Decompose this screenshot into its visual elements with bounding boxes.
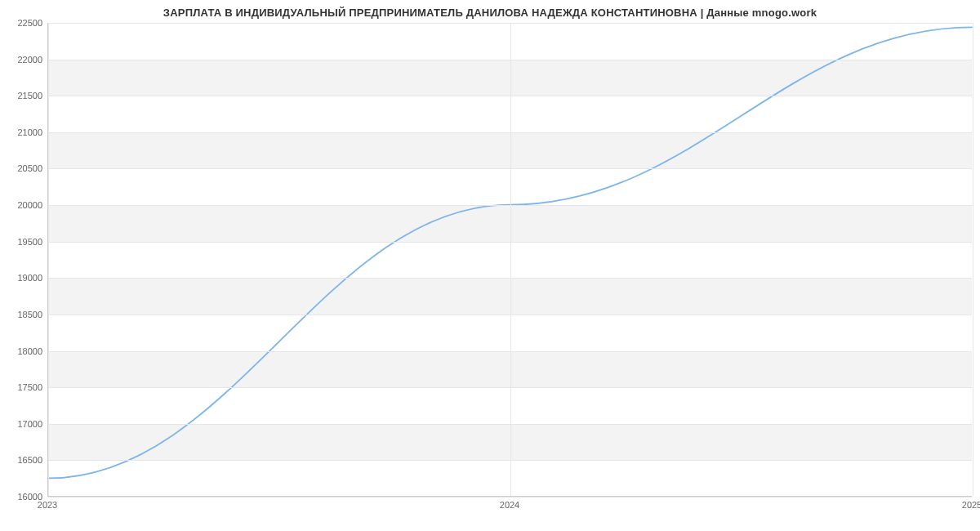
y-tick-label: 18000 <box>3 346 42 356</box>
x-tick-label: 2023 <box>38 500 57 510</box>
y-tick-label: 22500 <box>3 18 42 28</box>
y-tick-label: 21500 <box>3 91 42 100</box>
y-tick-label: 18500 <box>3 310 42 319</box>
x-tick-label: 2024 <box>500 500 519 510</box>
x-gridline <box>510 23 511 496</box>
chart-title: ЗАРПЛАТА В ИНДИВИДУАЛЬНЫЙ ПРЕДПРИНИМАТЕЛ… <box>0 7 980 19</box>
y-tick-label: 19500 <box>3 237 42 247</box>
x-gridline <box>973 23 973 496</box>
y-gridline <box>48 497 972 498</box>
y-tick-label: 19000 <box>3 273 42 283</box>
y-tick-label: 20500 <box>3 163 42 173</box>
y-tick-label: 21000 <box>3 127 42 137</box>
y-tick-label: 20000 <box>3 200 42 210</box>
y-tick-label: 17000 <box>3 419 42 429</box>
chart-container: ЗАРПЛАТА В ИНДИВИДУАЛЬНЫЙ ПРЕДПРИНИМАТЕЛ… <box>0 0 980 531</box>
y-tick-label: 22000 <box>3 55 42 65</box>
x-tick-label: 2025 <box>962 500 980 510</box>
y-tick-label: 17500 <box>3 382 42 392</box>
plot-area <box>47 23 972 497</box>
y-tick-label: 16500 <box>3 455 42 465</box>
x-gridline <box>48 23 49 496</box>
